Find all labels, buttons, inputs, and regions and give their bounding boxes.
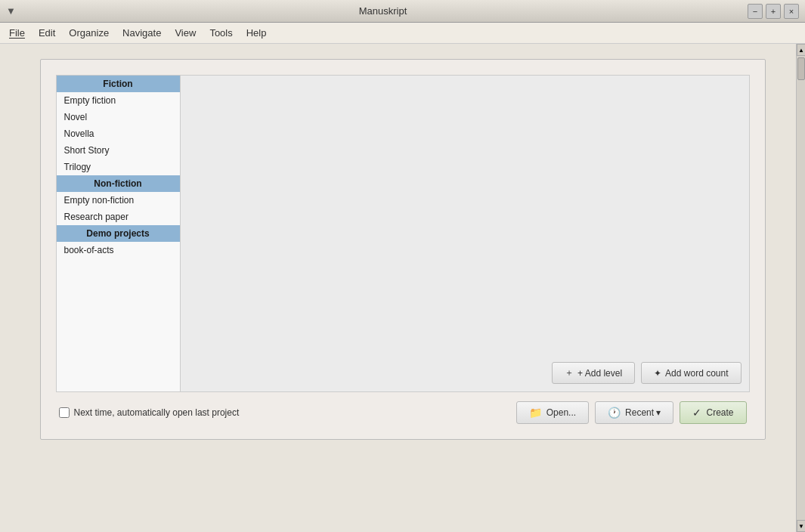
template-research-paper[interactable]: Research paper xyxy=(57,209,180,225)
open-button[interactable]: 📁 Open... xyxy=(516,401,589,424)
auto-open-checkbox[interactable] xyxy=(59,407,70,418)
add-word-count-label: Add word count xyxy=(665,368,728,379)
preview-pane: ＋ + Add level ✦ Add word count xyxy=(181,75,750,392)
template-empty-non-fiction[interactable]: Empty non-fiction xyxy=(57,192,180,209)
create-button[interactable]: ✓ Create xyxy=(680,401,746,424)
title-bar-left: ▼ xyxy=(6,5,18,17)
category-demo-projects: Demo projects xyxy=(57,225,180,242)
close-button[interactable]: × xyxy=(784,4,799,19)
recent-button[interactable]: 🕐 Recent ▾ xyxy=(595,401,673,424)
action-buttons: 📁 Open... 🕐 Recent ▾ ✓ Create xyxy=(516,401,747,424)
template-short-story[interactable]: Short Story xyxy=(57,142,180,159)
bottom-section: Next time, automatically open last proje… xyxy=(56,401,750,424)
right-scrollbar: ▲ ▼ xyxy=(796,44,805,532)
window-controls: − + × xyxy=(748,4,799,19)
app-icon: ▼ xyxy=(6,5,18,17)
menu-edit[interactable]: Edit xyxy=(33,24,61,42)
menu-help[interactable]: Help xyxy=(240,24,273,42)
recent-icon: 🕐 xyxy=(608,407,621,419)
minimize-button[interactable]: − xyxy=(748,4,763,19)
template-book-of-acts[interactable]: book-of-acts xyxy=(57,242,180,258)
title-bar: ▼ Manuskript − + × xyxy=(0,0,805,23)
scroll-handle[interactable] xyxy=(797,57,805,80)
add-level-label: + Add level xyxy=(577,368,622,379)
template-novel[interactable]: Novel xyxy=(57,109,180,125)
preview-buttons: ＋ + Add level ✦ Add word count xyxy=(188,362,742,384)
dialog-body: Fiction Empty fiction Novel Novella Shor… xyxy=(56,75,750,392)
maximize-button[interactable]: + xyxy=(766,4,781,19)
add-word-count-button[interactable]: ✦ Add word count xyxy=(641,362,741,384)
template-trilogy[interactable]: Trilogy xyxy=(57,159,180,175)
add-level-icon: ＋ xyxy=(565,367,574,379)
add-word-count-icon: ✦ xyxy=(654,368,661,379)
open-icon: 📁 xyxy=(529,407,542,419)
menu-navigate[interactable]: Navigate xyxy=(116,24,167,42)
recent-label: Recent ▾ xyxy=(625,407,661,418)
menu-bar: File Edit Organize Navigate View Tools H… xyxy=(0,23,805,44)
open-label: Open... xyxy=(546,407,576,418)
template-list: Fiction Empty fiction Novel Novella Shor… xyxy=(56,75,181,392)
auto-open-label: Next time, automatically open last proje… xyxy=(74,407,240,418)
create-icon: ✓ xyxy=(692,407,701,419)
menu-organize[interactable]: Organize xyxy=(63,24,115,42)
menu-file[interactable]: File xyxy=(3,24,31,42)
category-fiction: Fiction xyxy=(57,76,180,92)
scroll-up-button[interactable]: ▲ xyxy=(797,44,805,56)
template-empty-fiction[interactable]: Empty fiction xyxy=(57,92,180,109)
menu-tools[interactable]: Tools xyxy=(203,24,238,42)
scroll-down-button[interactable]: ▼ xyxy=(797,520,805,532)
dialog-panel: Fiction Empty fiction Novel Novella Shor… xyxy=(40,59,766,440)
create-label: Create xyxy=(706,407,733,418)
category-non-fiction: Non-fiction xyxy=(57,175,180,192)
menu-view[interactable]: View xyxy=(169,24,202,42)
template-novella[interactable]: Novella xyxy=(57,125,180,142)
window-title: Manuskript xyxy=(359,5,407,17)
add-level-button[interactable]: ＋ + Add level xyxy=(552,362,635,384)
checkbox-area: Next time, automatically open last proje… xyxy=(59,407,240,418)
main-content: Fiction Empty fiction Novel Novella Shor… xyxy=(0,44,805,532)
